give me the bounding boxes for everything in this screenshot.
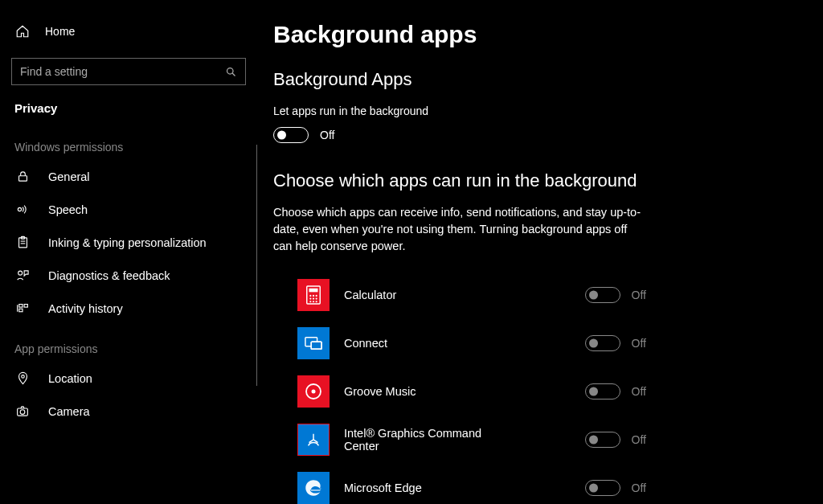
svg-point-22	[313, 298, 314, 300]
svg-point-31	[312, 390, 316, 394]
sidebar-item-activity[interactable]: Activity history	[8, 292, 249, 325]
svg-point-18	[309, 295, 311, 297]
sidebar: Home Find a setting Privacy Windows perm…	[0, 0, 257, 504]
svg-point-19	[313, 295, 314, 297]
sidebar-section-app: App permissions	[8, 342, 249, 355]
app-toggle-state: Off	[632, 337, 646, 350]
sidebar-home-link[interactable]: Home	[8, 16, 249, 47]
app-toggle-groove[interactable]	[585, 383, 620, 400]
svg-rect-17	[309, 289, 318, 293]
sidebar-item-speech[interactable]: Speech	[8, 193, 249, 226]
section-heading-choose: Choose which apps can run in the backgro…	[273, 170, 791, 191]
svg-rect-28	[311, 342, 321, 349]
lock-icon	[14, 170, 31, 183]
svg-line-1	[232, 73, 235, 76]
sidebar-item-label: Diagnostics & feedback	[48, 269, 170, 282]
master-toggle-state: Off	[320, 129, 334, 141]
app-name: Microsoft Edge	[344, 481, 513, 494]
section-description: Choose which apps can receive info, send…	[273, 204, 643, 255]
sidebar-item-label: General	[48, 170, 90, 183]
svg-rect-11	[19, 309, 23, 312]
app-toggle-state: Off	[632, 481, 646, 494]
svg-point-24	[309, 301, 311, 302]
activity-icon	[14, 301, 31, 315]
app-toggle-state: Off	[632, 385, 646, 398]
app-toggle-edge[interactable]	[585, 480, 620, 496]
intel-graphics-icon	[297, 424, 330, 456]
calculator-icon	[297, 279, 330, 311]
app-name: Groove Music	[344, 385, 513, 398]
svg-point-3	[18, 207, 21, 211]
sidebar-item-location[interactable]: Location	[8, 362, 249, 395]
svg-rect-12	[24, 305, 27, 308]
master-toggle-label: Let apps run in the background	[273, 104, 791, 117]
svg-point-20	[316, 295, 317, 297]
sidebar-item-inking[interactable]: Inking & typing personalization	[8, 226, 249, 259]
svg-point-23	[316, 298, 317, 300]
svg-point-13	[21, 375, 24, 379]
search-placeholder: Find a setting	[20, 65, 88, 78]
scrollbar[interactable]	[256, 145, 257, 386]
app-row-connect: Connect Off	[273, 319, 791, 367]
svg-point-8	[18, 271, 23, 275]
master-toggle-block: Let apps run in the background Off	[273, 104, 791, 143]
search-icon	[225, 66, 237, 78]
app-toggle-connect[interactable]	[585, 335, 620, 351]
svg-rect-10	[19, 305, 23, 308]
sidebar-category: Privacy	[8, 98, 249, 118]
app-row-groove: Groove Music Off	[273, 367, 791, 416]
svg-point-26	[316, 301, 317, 302]
app-row-intel: Intel® Graphics Command Center Off	[273, 416, 791, 464]
section-heading-master: Background Apps	[273, 69, 791, 90]
app-name: Connect	[344, 337, 513, 350]
svg-rect-2	[18, 176, 27, 181]
svg-point-25	[313, 301, 314, 302]
app-toggle-state: Off	[632, 433, 646, 446]
clipboard-icon	[14, 236, 31, 249]
home-icon	[14, 24, 31, 39]
app-toggle-calculator[interactable]	[585, 287, 620, 303]
sidebar-item-label: Activity history	[48, 302, 123, 315]
sidebar-item-label: Camera	[48, 405, 90, 418]
sidebar-section-windows: Windows permissions	[8, 141, 249, 154]
edge-icon	[297, 472, 330, 504]
main-content: Background apps Background Apps Let apps…	[257, 0, 823, 504]
app-name: Calculator	[344, 289, 513, 301]
sidebar-item-label: Speech	[48, 203, 88, 216]
app-row-calculator: Calculator Off	[273, 271, 791, 319]
app-toggle-intel[interactable]	[585, 432, 620, 448]
page-title: Background apps	[273, 21, 791, 48]
app-name: Intel® Graphics Command Center	[344, 427, 513, 453]
sidebar-item-general[interactable]: General	[8, 160, 249, 193]
camera-icon	[14, 404, 31, 418]
svg-point-0	[227, 68, 234, 74]
sidebar-item-diagnostics[interactable]: Diagnostics & feedback	[8, 259, 249, 292]
master-toggle[interactable]	[273, 127, 309, 143]
sidebar-item-camera[interactable]: Camera	[8, 395, 249, 428]
sidebar-home-label: Home	[45, 25, 75, 38]
speech-icon	[14, 203, 31, 216]
groove-music-icon	[297, 375, 330, 408]
location-icon	[14, 371, 31, 385]
app-row-edge: Microsoft Edge Off	[273, 464, 791, 504]
app-toggle-state: Off	[632, 289, 646, 301]
search-input[interactable]: Find a setting	[11, 58, 246, 85]
svg-point-21	[309, 298, 311, 300]
connect-icon	[297, 327, 330, 359]
sidebar-item-label: Inking & typing personalization	[48, 236, 207, 249]
svg-point-15	[20, 410, 25, 415]
app-list: Calculator Off Connect Off Groove Music	[273, 271, 791, 504]
feedback-icon	[14, 268, 31, 282]
sidebar-item-label: Location	[48, 372, 92, 385]
